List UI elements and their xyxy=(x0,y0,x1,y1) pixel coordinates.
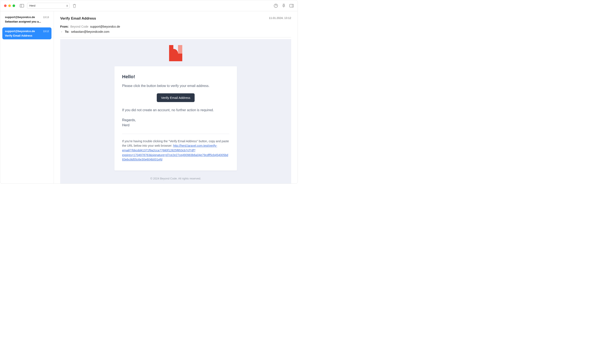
help-button[interactable] xyxy=(274,4,278,8)
maximize-window-button[interactable] xyxy=(13,5,15,7)
mail-title: Verify Email Address xyxy=(60,16,96,21)
body: support@beyondco.de 13:13 Sebastian assi… xyxy=(0,11,298,183)
message-subject: Verify Email Address xyxy=(5,34,49,37)
greeting: Hello! xyxy=(122,74,229,79)
from-email: support@beyondco.de xyxy=(90,25,120,28)
pin-button[interactable] xyxy=(282,4,286,8)
to-email: sebastian@beyondcode.com xyxy=(71,30,110,33)
mail-date: 11.01.2024, 13:12 xyxy=(269,16,291,20)
message-body: Hello! Please click the button below to … xyxy=(60,39,291,183)
minimize-window-button[interactable] xyxy=(8,5,11,7)
mail-header: Verify Email Address 11.01.2024, 13:12 xyxy=(60,16,291,21)
intro-text: Please click the button below to verify … xyxy=(122,83,229,89)
message-list-item[interactable]: support@beyondco.de 13:12 Verify Email A… xyxy=(2,27,52,39)
close-window-button[interactable] xyxy=(4,5,7,7)
message-from: support@beyondco.de xyxy=(5,15,35,19)
mail-from-row: From: Beyond Code support@beyondco.de xyxy=(60,24,291,29)
message-footer: © 2024 Beyond Code. All rights reserved. xyxy=(150,177,201,180)
chevron-right-icon: › xyxy=(60,30,63,33)
no-action-text: If you did not create an account, no fur… xyxy=(122,108,229,113)
from-name: Beyond Code xyxy=(70,25,88,28)
mail-view[interactable]: Verify Email Address 11.01.2024, 13:12 F… xyxy=(54,11,298,183)
message-time: 13:12 xyxy=(43,30,49,32)
toolbar: Herd ▴▾ xyxy=(0,0,298,11)
from-label: From: xyxy=(60,25,69,28)
delete-button[interactable] xyxy=(72,4,76,8)
chevron-updown-icon: ▴▾ xyxy=(66,5,68,7)
message-list-item[interactable]: support@beyondco.de 13:13 Sebastian assi… xyxy=(2,13,52,25)
verify-email-button[interactable]: Verify Email Address xyxy=(157,93,195,102)
toolbar-right xyxy=(274,4,294,8)
mail-meta: From: Beyond Code support@beyondco.de › … xyxy=(60,24,291,34)
to-label: To: xyxy=(65,30,69,33)
svg-rect-0 xyxy=(20,4,24,7)
mail-to-row[interactable]: › To: sebastian@beyondcode.com xyxy=(60,29,291,34)
herd-logo xyxy=(169,45,182,61)
message-subject: Sebastian assigned you a... xyxy=(5,20,49,23)
signature: Regards, Herd xyxy=(122,117,229,128)
window-controls xyxy=(4,5,15,7)
message-card: Hello! Please click the button below to … xyxy=(114,66,237,170)
mailbox-select-value: Herd xyxy=(29,4,35,7)
svg-rect-4 xyxy=(290,4,294,7)
message-list: support@beyondco.de 13:13 Sebastian assi… xyxy=(0,11,54,183)
message-time: 13:13 xyxy=(43,16,49,19)
message-from: support@beyondco.de xyxy=(5,30,35,33)
panel-toggle-icon[interactable] xyxy=(289,4,294,8)
svg-point-3 xyxy=(276,6,276,7)
mailbox-select[interactable]: Herd ▴▾ xyxy=(27,3,70,9)
app-window: Herd ▴▾ xyxy=(0,0,298,183)
sidebar-toggle-icon[interactable] xyxy=(20,4,24,7)
trouble-text: If you're having trouble clicking the "V… xyxy=(122,139,229,162)
